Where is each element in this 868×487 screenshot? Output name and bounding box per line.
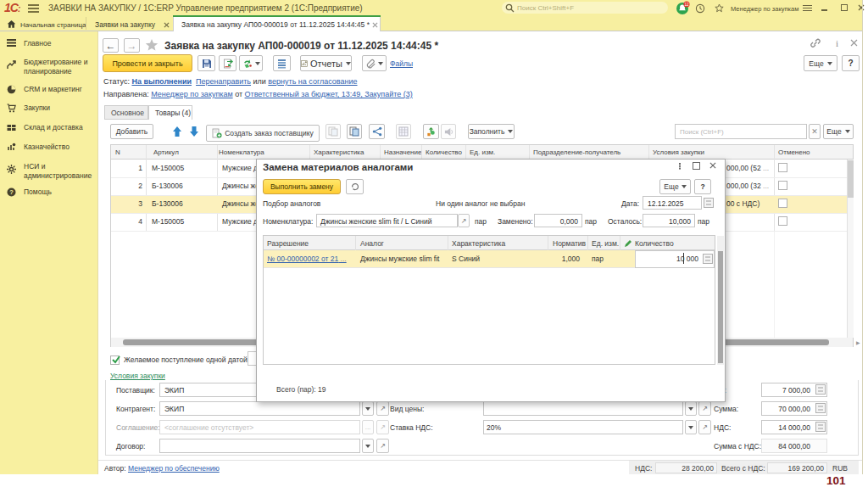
svg-text:?: ?: [9, 188, 14, 196]
svg-text:12: 12: [684, 3, 689, 7]
